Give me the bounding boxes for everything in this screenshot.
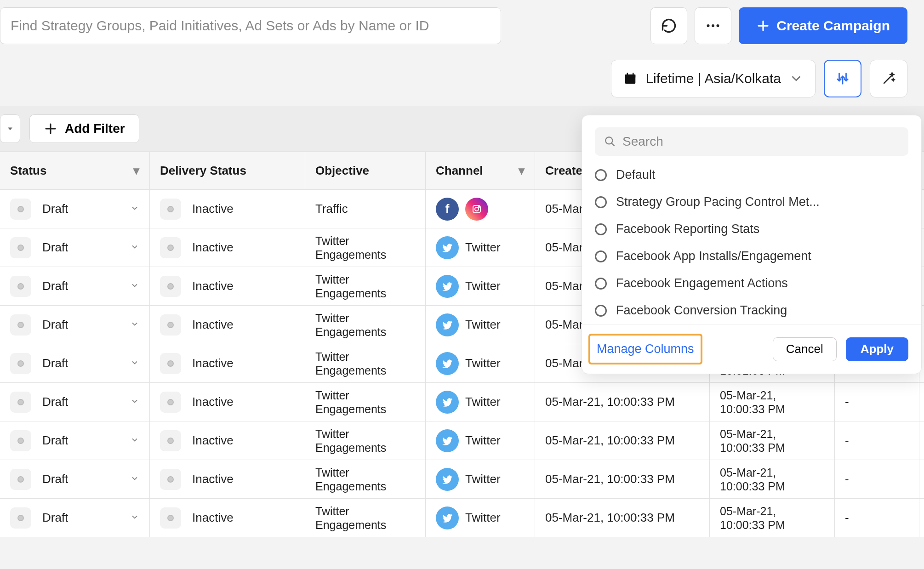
table-row[interactable]: DraftInactiveTwitterEngagementsTwitter05… bbox=[0, 460, 924, 499]
more-horizontal-icon bbox=[705, 17, 721, 34]
twitter-icon bbox=[436, 429, 459, 452]
cell-status[interactable]: Draft bbox=[0, 267, 150, 305]
cell-extra: - bbox=[835, 421, 919, 460]
date-range-label: Lifetime | Asia/Kolkata bbox=[645, 71, 781, 86]
cell-delivery: Inactive bbox=[150, 460, 305, 498]
table-row[interactable]: DraftInactiveTwitterEngagementsTwitter05… bbox=[0, 499, 924, 537]
column-preset-label: Facebook Reporting Stats bbox=[616, 222, 759, 236]
plus-icon bbox=[44, 122, 57, 136]
cell-status[interactable]: Draft bbox=[0, 344, 150, 382]
calendar-icon bbox=[623, 72, 637, 85]
chevron-down-icon[interactable] bbox=[130, 511, 139, 525]
cell-objective: TwitterEngagements bbox=[305, 344, 426, 382]
chevron-down-icon[interactable] bbox=[130, 472, 139, 486]
popover-search-input[interactable] bbox=[622, 134, 899, 149]
column-preset-option[interactable]: Facebook Conversion Tracking bbox=[595, 303, 908, 318]
chevron-down-icon[interactable] bbox=[130, 356, 139, 370]
cell-status[interactable]: Draft bbox=[0, 460, 150, 498]
cell-channel: Twitter bbox=[426, 383, 535, 421]
objective-text: Traffic bbox=[315, 202, 348, 216]
objective-text: TwitterEngagements bbox=[315, 427, 386, 455]
channel-text: Twitter bbox=[465, 472, 501, 486]
manage-columns-link[interactable]: Manage Columns bbox=[595, 338, 696, 360]
search-icon bbox=[604, 136, 616, 148]
delivery-indicator bbox=[160, 314, 181, 336]
cell-channel: f bbox=[426, 190, 535, 228]
cell-delivery: Inactive bbox=[150, 228, 305, 267]
cancel-button[interactable]: Cancel bbox=[773, 337, 837, 361]
cell-status[interactable]: Draft bbox=[0, 190, 150, 228]
table-row[interactable]: DraftInactiveTwitterEngagementsTwitter05… bbox=[0, 383, 924, 421]
cell-objective: TwitterEngagements bbox=[305, 499, 426, 537]
cell-status[interactable]: Draft bbox=[0, 383, 150, 421]
column-preset-label: Strategy Group Pacing Control Met... bbox=[616, 195, 820, 209]
column-preset-option[interactable]: Default bbox=[595, 168, 908, 182]
th-delivery[interactable]: Delivery Status bbox=[150, 152, 305, 189]
table-row[interactable]: DraftInactiveTwitterEngagementsTwitter05… bbox=[0, 421, 924, 460]
apply-button[interactable]: Apply bbox=[846, 337, 908, 361]
chevron-down-icon[interactable] bbox=[130, 279, 139, 293]
cell-delivery: Inactive bbox=[150, 383, 305, 421]
delivery-indicator bbox=[160, 199, 181, 220]
existing-filter-dropdown[interactable] bbox=[0, 114, 20, 143]
radio-icon bbox=[595, 305, 607, 317]
column-preset-option[interactable]: Facebook App Installs/Engagement bbox=[595, 249, 908, 263]
channel-text: Twitter bbox=[465, 318, 501, 332]
cell-delivery: Inactive bbox=[150, 190, 305, 228]
twitter-icon bbox=[436, 236, 459, 259]
cell-status[interactable]: Draft bbox=[0, 306, 150, 344]
th-channel[interactable]: Channel ▾ bbox=[426, 152, 535, 189]
cell-objective: Traffic bbox=[305, 190, 426, 228]
cell-status[interactable]: Draft bbox=[0, 499, 150, 537]
chevron-down-icon[interactable] bbox=[130, 240, 139, 255]
column-preset-option[interactable]: Facebook Engagement Actions bbox=[595, 276, 908, 290]
chevron-down-icon[interactable] bbox=[130, 395, 139, 409]
column-preset-option[interactable]: Facebook Reporting Stats bbox=[595, 222, 908, 236]
cell-delivery: Inactive bbox=[150, 344, 305, 382]
instagram-icon bbox=[465, 198, 488, 221]
svg-point-18 bbox=[479, 206, 479, 207]
created-text: 05-Mar-21, 10:00:33 PM bbox=[545, 395, 675, 409]
global-search[interactable] bbox=[0, 7, 501, 44]
more-button[interactable] bbox=[695, 7, 731, 44]
radio-icon bbox=[595, 196, 607, 208]
delivery-text: Inactive bbox=[192, 279, 234, 293]
columns-config-button[interactable] bbox=[824, 60, 861, 97]
cell-status[interactable]: Draft bbox=[0, 421, 150, 460]
global-search-input[interactable] bbox=[11, 18, 491, 34]
column-preset-label: Facebook Engagement Actions bbox=[616, 276, 788, 290]
twitter-icon bbox=[436, 506, 459, 529]
columns-adjust-icon bbox=[836, 72, 850, 85]
add-filter-button[interactable]: Add Filter bbox=[29, 114, 139, 143]
create-campaign-button[interactable]: Create Campaign bbox=[739, 7, 907, 44]
chevron-down-icon[interactable] bbox=[130, 318, 139, 332]
status-text: Draft bbox=[42, 202, 68, 216]
status-indicator bbox=[10, 237, 31, 258]
status-indicator bbox=[10, 507, 31, 529]
cell-status[interactable]: Draft bbox=[0, 228, 150, 267]
objective-text: TwitterEngagements bbox=[315, 504, 386, 532]
delivery-text: Inactive bbox=[192, 511, 234, 525]
radio-icon bbox=[595, 250, 607, 262]
twitter-icon bbox=[436, 352, 459, 375]
facebook-icon: f bbox=[436, 198, 459, 221]
chevron-down-icon[interactable] bbox=[130, 433, 139, 448]
cell-created: 05-Mar-21, 10:00:33 PM bbox=[535, 460, 710, 498]
delivery-indicator bbox=[160, 469, 181, 490]
column-preset-option[interactable]: Strategy Group Pacing Control Met... bbox=[595, 195, 908, 209]
refresh-button[interactable] bbox=[650, 7, 687, 44]
status-indicator bbox=[10, 314, 31, 336]
th-status[interactable]: Status ▾ bbox=[0, 152, 150, 189]
delivery-text: Inactive bbox=[192, 318, 234, 332]
delivery-text: Inactive bbox=[192, 472, 234, 486]
column-preset-label: Default bbox=[616, 168, 656, 182]
cell-objective: TwitterEngagements bbox=[305, 306, 426, 344]
date-range-picker[interactable]: Lifetime | Asia/Kolkata bbox=[611, 60, 816, 97]
caret-down-icon: ▾ bbox=[519, 164, 525, 178]
chevron-down-icon[interactable] bbox=[130, 202, 139, 216]
cell-extra: - bbox=[835, 460, 919, 498]
popover-search[interactable] bbox=[595, 127, 908, 156]
cell-modified: 05-Mar-21,10:00:33 PM bbox=[710, 460, 835, 498]
magic-wand-button[interactable] bbox=[870, 60, 907, 97]
th-objective[interactable]: Objective bbox=[305, 152, 426, 189]
